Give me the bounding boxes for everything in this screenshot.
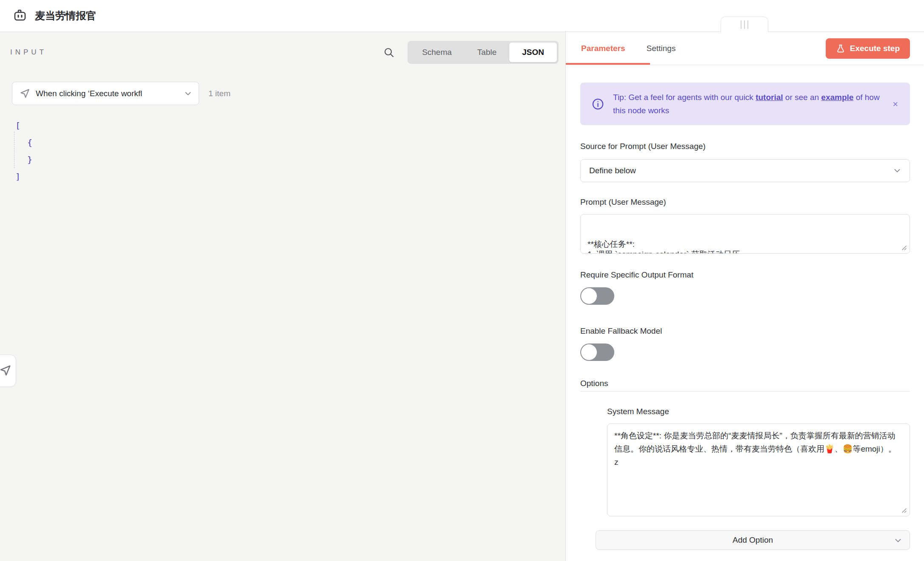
tab-settings[interactable]: Settings	[647, 44, 676, 53]
toggle-thumb	[581, 288, 597, 304]
input-toolbar: INPUT Schema Table JSON	[0, 32, 565, 73]
resize-handle-icon[interactable]	[901, 507, 907, 513]
options-heading: Options	[580, 379, 910, 388]
json-line: ]	[15, 168, 565, 185]
search-icon[interactable]	[383, 47, 395, 58]
input-source-row: When clicking ‘Execute workfl 1 item	[0, 73, 565, 105]
tab-parameters[interactable]: Parameters	[581, 44, 625, 53]
input-node-selector[interactable]: When clicking ‘Execute workfl	[12, 82, 199, 105]
require-output-format-label: Require Specific Output Format	[580, 270, 910, 280]
add-option-button[interactable]: Add Option	[596, 530, 910, 550]
prompt-textarea[interactable]: **核心任务**: 1. 调用 `campaign-calender` 获取活动…	[580, 214, 910, 254]
close-icon[interactable]: ×	[891, 97, 900, 111]
mouse-pointer-icon	[19, 88, 30, 99]
json-line: }	[15, 151, 565, 168]
require-output-format-toggle[interactable]	[580, 287, 614, 305]
fallback-model-label: Enable Fallback Model	[580, 326, 910, 336]
input-view-switcher: Schema Table JSON	[408, 41, 559, 64]
execute-step-label: Execute step	[850, 44, 900, 53]
indent-guide	[14, 132, 14, 168]
node-title: 麦当劳情报官	[35, 9, 96, 23]
execute-step-button[interactable]: Execute step	[826, 38, 910, 59]
panel-drag-handle[interactable]	[721, 17, 768, 32]
resize-handle-icon[interactable]	[901, 244, 907, 251]
tab-schema[interactable]: Schema	[409, 43, 465, 62]
node-detail-view: 麦当劳情报官 INPUT Schema Table JSON	[0, 0, 924, 561]
fallback-model-toggle[interactable]	[580, 343, 614, 361]
node-header: 麦当劳情报官	[0, 0, 924, 32]
json-line: [	[15, 117, 565, 134]
flask-icon	[836, 44, 845, 53]
source-prompt-select[interactable]: Define below	[580, 159, 910, 182]
add-option-label: Add Option	[733, 535, 773, 545]
input-node-selector-value: When clicking ‘Execute workfl	[36, 89, 178, 98]
json-output-view[interactable]: [ { } ]	[15, 117, 565, 185]
item-count: 1 item	[208, 89, 231, 98]
json-line: {	[15, 134, 565, 151]
trigger-node-edge-button[interactable]	[0, 355, 16, 387]
tip-banner: Tip: Get a feel for agents with our quic…	[580, 83, 910, 125]
options-divider	[580, 391, 910, 392]
example-link[interactable]: example	[821, 93, 853, 102]
robot-icon	[13, 9, 27, 23]
tip-text: Tip: Get a feel for agents with our quic…	[613, 91, 882, 117]
options-body: System Message **角色设定**: 你是麦当劳总部的“麦麦情报局长…	[580, 406, 910, 516]
info-icon	[591, 97, 605, 111]
active-tab-underline	[566, 63, 650, 65]
toggle-thumb	[581, 344, 597, 360]
chevron-down-icon	[893, 536, 903, 545]
system-message-label: System Message	[607, 406, 910, 417]
chevron-down-icon	[893, 166, 902, 175]
chevron-down-icon	[183, 89, 193, 98]
panel-tabbar: Parameters Settings Execute step	[566, 32, 924, 65]
source-prompt-value: Define below	[589, 166, 636, 175]
tab-table[interactable]: Table	[465, 43, 509, 62]
tutorial-link[interactable]: tutorial	[756, 93, 783, 102]
parameters-content: Tip: Get a feel for agents with our quic…	[566, 65, 924, 561]
tab-json[interactable]: JSON	[509, 43, 557, 62]
mouse-pointer-icon	[0, 364, 11, 377]
parameters-panel: Parameters Settings Execute step	[566, 32, 924, 561]
source-prompt-label: Source for Prompt (User Message)	[580, 141, 910, 152]
input-panel: INPUT Schema Table JSON When click	[0, 32, 566, 561]
input-panel-title: INPUT	[10, 48, 47, 57]
prompt-label: Prompt (User Message)	[580, 197, 910, 207]
system-message-textarea[interactable]: **角色设定**: 你是麦当劳总部的“麦麦情报局长”，负责掌握所有最新的营销活动…	[607, 424, 910, 516]
